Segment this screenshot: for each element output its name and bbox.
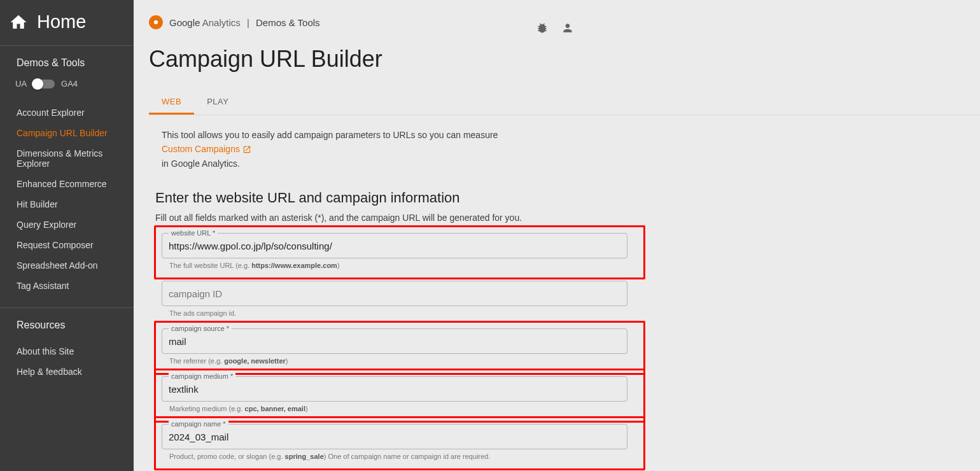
nav-dimensions-metrics[interactable]: Dimensions & Metrics Explorer bbox=[17, 143, 125, 174]
sidebar-home[interactable]: Home bbox=[0, 0, 134, 46]
campaign-medium-input[interactable] bbox=[169, 377, 620, 401]
sidebar: Home Demos & Tools UA GA4 Account Explor… bbox=[0, 0, 134, 471]
tabs: WEB PLAY bbox=[149, 89, 980, 115]
campaign-medium-field: campaign medium * bbox=[162, 376, 627, 402]
page-title: Campaign URL Builder bbox=[134, 34, 980, 89]
brand-sub: Demos & Tools bbox=[256, 17, 320, 28]
brand-analytics: Analytics bbox=[200, 17, 240, 28]
custom-campaigns-link[interactable]: Custom Campaigns bbox=[162, 142, 251, 156]
main: Google Analytics | Demos & Tools Campaig… bbox=[134, 0, 980, 471]
campaign-name-input[interactable] bbox=[169, 425, 620, 449]
external-link-icon bbox=[242, 145, 251, 154]
sidebar-nav: Account Explorer Campaign URL Builder Di… bbox=[17, 102, 125, 296]
campaign-medium-helper: Marketing medium (e.g. cpc, banner, emai… bbox=[169, 405, 627, 412]
ua-ga4-toggle-row: UA GA4 bbox=[15, 79, 125, 88]
brand-sep: | bbox=[247, 17, 249, 28]
ua-ga4-toggle[interactable] bbox=[33, 80, 55, 88]
website-url-label: website URL * bbox=[169, 229, 218, 237]
intro-line1: This tool allows you to easily add campa… bbox=[162, 130, 498, 140]
campaign-source-helper: The referrer (e.g. google, newsletter) bbox=[169, 357, 627, 365]
header: Google Analytics | Demos & Tools bbox=[134, 0, 980, 34]
sidebar-home-label: Home bbox=[37, 11, 86, 32]
brand[interactable]: Google Analytics | Demos & Tools bbox=[149, 15, 320, 29]
tab-web[interactable]: WEB bbox=[149, 89, 194, 115]
nav-enhanced-ecommerce[interactable]: Enhanced Ecommerce bbox=[17, 174, 125, 194]
nav-account-explorer[interactable]: Account Explorer bbox=[17, 102, 125, 123]
nav-query-explorer[interactable]: Query Explorer bbox=[17, 214, 125, 235]
intro-text: This tool allows you to easily add campa… bbox=[162, 128, 627, 171]
nav-help[interactable]: Help & feedback bbox=[17, 362, 125, 382]
nav-campaign-url-builder[interactable]: Campaign URL Builder bbox=[17, 123, 125, 143]
campaign-medium-label: campaign medium * bbox=[169, 372, 235, 380]
website-url-input[interactable] bbox=[169, 234, 620, 258]
sidebar-demos-title: Demos & Tools bbox=[17, 57, 125, 69]
campaign-source-label: campaign source * bbox=[169, 325, 232, 332]
campaign-source-input[interactable] bbox=[169, 329, 620, 353]
website-url-field: website URL * bbox=[162, 233, 627, 258]
brand-text: Google Analytics | Demos & Tools bbox=[169, 17, 320, 28]
campaign-id-input[interactable] bbox=[169, 281, 620, 306]
sidebar-demos-section: Demos & Tools UA GA4 Account Explorer Ca… bbox=[0, 46, 134, 296]
tab-play[interactable]: PLAY bbox=[194, 89, 241, 115]
toggle-knob bbox=[32, 78, 43, 90]
nav-hit-builder[interactable]: Hit Builder bbox=[17, 194, 125, 214]
campaign-id-helper: The ads campaign id. bbox=[169, 309, 627, 317]
sidebar-resources-nav: About this Site Help & feedback bbox=[17, 341, 125, 382]
sidebar-resources-title: Resources bbox=[17, 320, 125, 331]
campaign-source-field-wrap: campaign source * The referrer (e.g. goo… bbox=[162, 328, 627, 365]
campaign-name-helper: Product, promo code, or slogan (e.g. spr… bbox=[169, 453, 627, 460]
campaign-id-field-wrap: The ads campaign id. bbox=[162, 281, 627, 317]
campaign-id-field bbox=[162, 281, 627, 306]
intro-line2: in Google Analytics. bbox=[162, 158, 240, 169]
bug-icon[interactable] bbox=[536, 22, 549, 34]
website-url-field-wrap: website URL * The full website URL (e.g.… bbox=[162, 233, 627, 269]
campaign-name-label: campaign name * bbox=[169, 420, 228, 428]
campaign-source-field: campaign source * bbox=[162, 328, 627, 354]
website-url-helper: The full website URL (e.g. https://www.e… bbox=[169, 262, 627, 269]
toggle-label-ga4: GA4 bbox=[61, 79, 78, 88]
link-label: Custom Campaigns bbox=[162, 142, 240, 156]
toggle-label-ua: UA bbox=[15, 79, 27, 88]
nav-spreadsheet-addon[interactable]: Spreadsheet Add-on bbox=[17, 255, 125, 276]
account-icon[interactable] bbox=[561, 22, 574, 34]
campaign-name-field: campaign name * bbox=[162, 424, 627, 449]
home-icon bbox=[9, 13, 28, 32]
campaign-name-field-wrap: campaign name * Product, promo code, or … bbox=[162, 424, 627, 460]
brand-google: Google bbox=[169, 17, 200, 28]
nav-request-composer[interactable]: Request Composer bbox=[17, 235, 125, 255]
content: This tool allows you to easily add campa… bbox=[134, 115, 643, 471]
nav-tag-assistant[interactable]: Tag Assistant bbox=[17, 276, 125, 296]
header-icons bbox=[536, 22, 574, 34]
sidebar-resources-section: Resources About this Site Help & feedbac… bbox=[0, 307, 134, 382]
campaign-medium-field-wrap: campaign medium * Marketing medium (e.g.… bbox=[162, 376, 627, 412]
analytics-icon bbox=[149, 15, 163, 29]
form-title: Enter the website URL and campaign infor… bbox=[155, 190, 627, 206]
form-instructions: Fill out all fields marked with an aster… bbox=[155, 213, 627, 223]
nav-about[interactable]: About this Site bbox=[17, 341, 125, 362]
